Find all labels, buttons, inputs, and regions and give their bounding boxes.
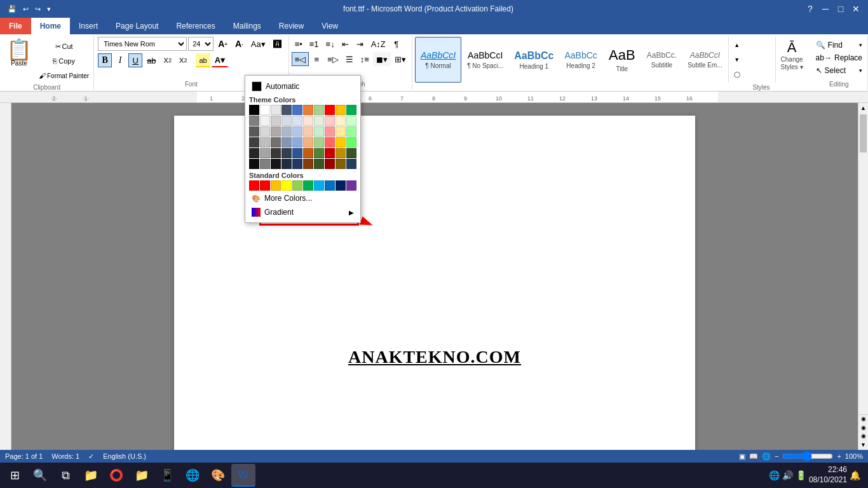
theme-color-swatch[interactable] bbox=[260, 116, 270, 126]
theme-color-swatch[interactable] bbox=[260, 105, 270, 115]
gradient-button[interactable]: Gradient ▶ bbox=[249, 206, 356, 219]
theme-color-swatch[interactable] bbox=[336, 137, 346, 147]
save-qa-btn[interactable]: 💾 bbox=[5, 4, 19, 15]
superscript-button[interactable]: X2 bbox=[176, 53, 190, 67]
theme-color-swatch[interactable] bbox=[271, 137, 281, 147]
select-browse-object-button[interactable]: ◉ bbox=[861, 424, 866, 431]
tab-insert[interactable]: Insert bbox=[70, 18, 107, 34]
standard-color-swatch[interactable] bbox=[346, 180, 356, 191]
theme-color-swatch[interactable] bbox=[314, 148, 324, 158]
vertical-scrollbar[interactable]: ▲ ◉ ◉ ◉ ▼ bbox=[858, 103, 868, 450]
theme-color-swatch[interactable] bbox=[249, 116, 259, 126]
theme-color-swatch[interactable] bbox=[336, 159, 346, 169]
underline-button[interactable]: U bbox=[128, 53, 142, 67]
tab-home[interactable]: Home bbox=[31, 18, 70, 34]
numbering-button[interactable]: ≡1 bbox=[306, 37, 322, 51]
theme-color-swatch[interactable] bbox=[292, 137, 302, 147]
theme-color-swatch[interactable] bbox=[271, 105, 281, 115]
tab-references[interactable]: References bbox=[167, 18, 224, 34]
task-view-button[interactable]: ⧉ bbox=[53, 464, 78, 487]
standard-color-swatch[interactable] bbox=[314, 180, 324, 191]
close-btn[interactable]: ✕ bbox=[849, 2, 863, 16]
document-area[interactable]: ANAKTEKNO.COM Font Color bbox=[11, 103, 858, 450]
theme-color-swatch[interactable] bbox=[281, 148, 292, 158]
app5-button[interactable]: 📱 bbox=[155, 464, 179, 487]
style-subtle[interactable]: AaBbCcI Subtle Em... bbox=[682, 37, 727, 83]
standard-color-swatch[interactable] bbox=[271, 180, 281, 191]
standard-color-swatch[interactable] bbox=[303, 180, 313, 191]
theme-color-swatch[interactable] bbox=[292, 159, 302, 169]
style-no-spacing[interactable]: AaBbCcI ¶ No Spaci... bbox=[462, 37, 508, 83]
bold-button[interactable]: B bbox=[98, 53, 112, 67]
theme-color-swatch[interactable] bbox=[292, 105, 302, 115]
theme-color-swatch[interactable] bbox=[325, 116, 335, 126]
tab-mailings[interactable]: Mailings bbox=[224, 18, 270, 34]
find-button[interactable]: 🔍 Find ▾ bbox=[813, 39, 865, 51]
show-marks-button[interactable]: ¶ bbox=[390, 37, 403, 51]
theme-color-swatch[interactable] bbox=[281, 116, 292, 126]
theme-color-swatch[interactable] bbox=[346, 148, 356, 158]
select-button[interactable]: ↖ Select ▾ bbox=[813, 65, 865, 76]
styles-scroll-up[interactable]: ▲ bbox=[730, 38, 744, 52]
word-button[interactable]: W bbox=[231, 464, 255, 487]
volume-icon[interactable]: 🔊 bbox=[782, 470, 793, 480]
theme-color-swatch[interactable] bbox=[249, 159, 259, 169]
theme-color-swatch[interactable] bbox=[325, 148, 335, 158]
theme-color-swatch[interactable] bbox=[281, 126, 292, 137]
format-painter-button[interactable]: 🖌 Format Painter bbox=[37, 69, 91, 83]
align-right-button[interactable]: ≡▷ bbox=[324, 52, 342, 66]
theme-color-swatch[interactable] bbox=[260, 137, 270, 147]
style-title[interactable]: AaB Title bbox=[603, 37, 641, 83]
align-left-button[interactable]: ≡◁ bbox=[292, 52, 309, 66]
theme-color-swatch[interactable] bbox=[346, 105, 356, 115]
minimize-btn[interactable]: ─ bbox=[818, 2, 832, 16]
zoom-out-button[interactable]: − bbox=[775, 452, 778, 460]
theme-color-swatch[interactable] bbox=[271, 148, 281, 158]
view-web-icon[interactable]: 🌐 bbox=[762, 452, 771, 461]
clock[interactable]: 22:46 08/10/2021 bbox=[809, 465, 847, 485]
zoom-in-button[interactable]: + bbox=[837, 452, 841, 460]
decrease-indent-button[interactable]: ⇤ bbox=[339, 37, 353, 51]
theme-color-swatch[interactable] bbox=[303, 116, 313, 126]
replace-button[interactable]: ab→ Replace bbox=[813, 52, 865, 64]
standard-color-swatch[interactable] bbox=[281, 180, 292, 191]
theme-color-swatch[interactable] bbox=[314, 137, 324, 147]
redo-qa-btn[interactable]: ↪ bbox=[32, 4, 43, 15]
scroll-down-button[interactable]: ▼ bbox=[858, 440, 868, 450]
theme-color-swatch[interactable] bbox=[314, 116, 324, 126]
text-highlight-button[interactable]: ab bbox=[196, 53, 210, 67]
chrome-button[interactable]: 🌐 bbox=[180, 464, 205, 487]
theme-color-swatch[interactable] bbox=[325, 159, 335, 169]
next-page-button[interactable]: ◉ bbox=[861, 432, 866, 440]
font-size-select[interactable]: 24 bbox=[188, 37, 214, 51]
theme-color-swatch[interactable] bbox=[303, 105, 313, 115]
standard-color-swatch[interactable] bbox=[336, 180, 346, 191]
italic-button[interactable]: I bbox=[113, 53, 127, 67]
font-shrink-button[interactable]: A- bbox=[232, 37, 247, 51]
justify-button[interactable]: ☰ bbox=[342, 52, 356, 66]
styles-scroll-down[interactable]: ▼ bbox=[730, 53, 744, 67]
scroll-thumb[interactable] bbox=[860, 114, 867, 152]
theme-color-swatch[interactable] bbox=[325, 137, 335, 147]
styles-more[interactable]: ◯ bbox=[730, 67, 744, 81]
theme-color-swatch[interactable] bbox=[314, 126, 324, 137]
multilevel-button[interactable]: ≡↓ bbox=[323, 37, 338, 51]
theme-color-swatch[interactable] bbox=[325, 126, 335, 137]
tab-file[interactable]: File bbox=[0, 18, 31, 34]
network-icon[interactable]: 🌐 bbox=[769, 470, 780, 480]
standard-color-swatch[interactable] bbox=[292, 180, 302, 191]
view-reader-icon[interactable]: 📖 bbox=[749, 452, 758, 461]
copy-button[interactable]: ⎘ Copy bbox=[37, 54, 91, 68]
theme-color-swatch[interactable] bbox=[303, 159, 313, 169]
strikethrough-button[interactable]: ab bbox=[144, 53, 159, 67]
standard-color-swatch[interactable] bbox=[249, 180, 259, 191]
line-spacing-button[interactable]: ↕≡ bbox=[357, 52, 372, 66]
theme-color-swatch[interactable] bbox=[292, 148, 302, 158]
theme-color-swatch[interactable] bbox=[249, 105, 259, 115]
theme-color-swatch[interactable] bbox=[336, 105, 346, 115]
theme-color-swatch[interactable] bbox=[325, 105, 335, 115]
search-button[interactable]: 🔍 bbox=[28, 464, 52, 487]
theme-color-swatch[interactable] bbox=[336, 126, 346, 137]
theme-color-swatch[interactable] bbox=[260, 148, 270, 158]
subscript-button[interactable]: X2 bbox=[161, 53, 175, 67]
